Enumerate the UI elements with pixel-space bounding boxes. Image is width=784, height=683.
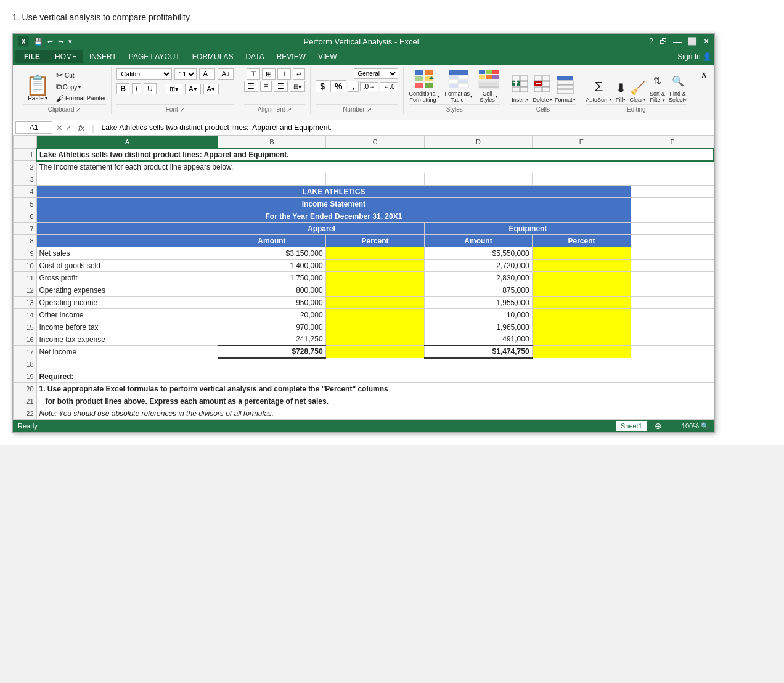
cell-A18[interactable] — [36, 358, 714, 370]
cell-A22[interactable]: Note: You should use absolute references… — [36, 407, 714, 420]
sign-in-btn[interactable]: Sign In 👤 — [677, 52, 712, 61]
cut-button[interactable]: ✂ Cut — [56, 70, 106, 80]
sort-filter-btn[interactable]: ⇅ Sort &Filter▾ — [650, 73, 665, 103]
paste-button[interactable]: 📋 Paste▾ — [23, 74, 52, 103]
font-size-select[interactable]: 11 — [174, 68, 197, 80]
help-btn[interactable]: ? — [649, 37, 653, 46]
conditional-formatting-btn[interactable]: ConditionalFormatting▾ — [409, 68, 439, 103]
cell-A17[interactable]: Net income — [36, 346, 218, 358]
cell-A13[interactable]: Operating income — [36, 297, 218, 309]
cell-D10[interactable]: 2,720,000 — [425, 260, 532, 272]
cell-E13[interactable] — [532, 297, 631, 309]
menu-page-layout[interactable]: PAGE LAYOUT — [123, 50, 186, 63]
align-right-btn[interactable]: ☰ — [274, 81, 288, 92]
cell-E12[interactable] — [532, 284, 631, 297]
cell-F4[interactable] — [631, 186, 714, 198]
cell-A21[interactable]: for both product lines above. Express ea… — [36, 395, 714, 407]
cell-styles-btn[interactable]: CellStyles▾ — [478, 68, 500, 103]
cell-A8[interactable] — [36, 235, 218, 247]
cell-A15[interactable]: Income before tax — [36, 321, 218, 333]
save-quick-btn[interactable]: 💾 — [33, 38, 44, 46]
cell-F13[interactable] — [631, 297, 714, 309]
col-header-E[interactable]: E — [532, 136, 631, 149]
find-select-btn[interactable]: 🔍 Find &Select▾ — [669, 73, 687, 103]
format-as-table-btn[interactable]: Format asTable▾ — [445, 68, 473, 103]
cell-D16[interactable]: 491,000 — [425, 333, 532, 346]
cell-D3[interactable] — [425, 173, 532, 186]
cell-B3[interactable] — [218, 173, 325, 186]
restore-btn[interactable]: 🗗 — [659, 37, 667, 46]
increase-decimal-btn[interactable]: .0→ — [360, 82, 378, 91]
col-header-F[interactable]: F — [631, 136, 714, 149]
cell-D15[interactable]: 1,965,000 — [425, 321, 532, 333]
cell-D13[interactable]: 1,955,000 — [425, 297, 532, 309]
cell-D8[interactable]: Amount — [425, 235, 532, 247]
fill-btn[interactable]: ⬇ Fill▾ — [616, 80, 626, 103]
comma-btn[interactable]: , — [348, 81, 358, 92]
cell-D17[interactable]: $1,474,750 — [425, 346, 532, 358]
cell-C17[interactable] — [325, 346, 425, 358]
col-header-A[interactable]: A — [36, 136, 218, 149]
menu-home[interactable]: HOME — [49, 50, 83, 63]
cell-C8[interactable]: Percent — [325, 235, 425, 247]
cell-B10[interactable]: 1,400,000 — [218, 260, 325, 272]
minimize-btn[interactable]: — — [673, 36, 682, 46]
col-header-B[interactable]: B — [218, 136, 325, 149]
cell-C15[interactable] — [325, 321, 425, 333]
cell-E10[interactable] — [532, 260, 631, 272]
cell-B17[interactable]: $728,750 — [218, 346, 325, 358]
col-header-D[interactable]: D — [425, 136, 532, 149]
cell-D12[interactable]: 875,000 — [425, 284, 532, 297]
align-left-btn[interactable]: ☰ — [244, 81, 258, 92]
col-header-C[interactable]: C — [325, 136, 425, 149]
format-painter-button[interactable]: 🖌 Format Painter — [56, 94, 106, 103]
menu-file[interactable]: FILE — [15, 50, 49, 63]
autosum-btn[interactable]: Σ AutoSum▾ — [586, 78, 612, 103]
ribbon-collapse-btn[interactable]: ∧ — [692, 67, 709, 114]
cell-D7[interactable]: Equipment — [425, 223, 631, 235]
confirm-formula-icon[interactable]: ✓ — [65, 123, 72, 133]
redo-quick-btn[interactable]: ↪ — [57, 38, 65, 46]
cell-B7[interactable]: Apparel — [218, 223, 425, 235]
customize-quick-btn[interactable]: ▾ — [67, 38, 73, 46]
cell-F12[interactable] — [631, 284, 714, 297]
cell-A3[interactable] — [36, 173, 218, 186]
italic-button[interactable]: I — [132, 83, 141, 94]
undo-quick-btn[interactable]: ↩ — [46, 38, 54, 46]
font-grow-btn[interactable]: A↑ — [199, 68, 215, 80]
cell-F17[interactable] — [631, 346, 714, 358]
cell-C10[interactable] — [325, 260, 425, 272]
font-expand-icon[interactable]: ↗ — [180, 106, 185, 113]
cell-A10[interactable]: Cost of goods sold — [36, 260, 218, 272]
menu-data[interactable]: DATA — [239, 50, 270, 63]
delete-cells-btn[interactable]: Delete▾ — [533, 75, 552, 103]
cell-E11[interactable] — [532, 272, 631, 284]
menu-view[interactable]: VIEW — [312, 50, 343, 63]
cell-reference-box[interactable] — [15, 121, 52, 134]
cell-B12[interactable]: 800,000 — [218, 284, 325, 297]
cell-E3[interactable] — [532, 173, 631, 186]
formula-input[interactable] — [99, 122, 712, 133]
cell-E9[interactable] — [532, 247, 631, 260]
maximize-btn[interactable]: ⬜ — [688, 37, 697, 46]
format-cells-btn[interactable]: Format▾ — [555, 75, 576, 103]
cell-A5[interactable]: Income Statement — [36, 198, 631, 210]
align-top-btn[interactable]: ⊤ — [247, 68, 260, 80]
cell-A19[interactable]: Required: — [36, 370, 714, 383]
number-format-select[interactable]: General — [354, 68, 398, 79]
cell-B11[interactable]: 1,750,000 — [218, 272, 325, 284]
currency-btn[interactable]: $ — [316, 80, 329, 92]
bold-button[interactable]: B — [116, 83, 129, 94]
cell-C13[interactable] — [325, 297, 425, 309]
align-bottom-btn[interactable]: ⊥ — [277, 68, 291, 80]
clear-btn[interactable]: 🧹 Clear▾ — [630, 80, 647, 103]
cell-E16[interactable] — [532, 333, 631, 346]
menu-insert[interactable]: INSERT — [83, 50, 123, 63]
cell-F5[interactable] — [631, 198, 714, 210]
cell-E8[interactable]: Percent — [532, 235, 631, 247]
cell-C11[interactable] — [325, 272, 425, 284]
cell-A2[interactable]: The income statement for each product li… — [36, 161, 714, 173]
menu-review[interactable]: REVIEW — [271, 50, 312, 63]
font-color-btn[interactable]: A▾ — [203, 84, 219, 94]
font-shrink-btn[interactable]: A↓ — [218, 68, 234, 80]
